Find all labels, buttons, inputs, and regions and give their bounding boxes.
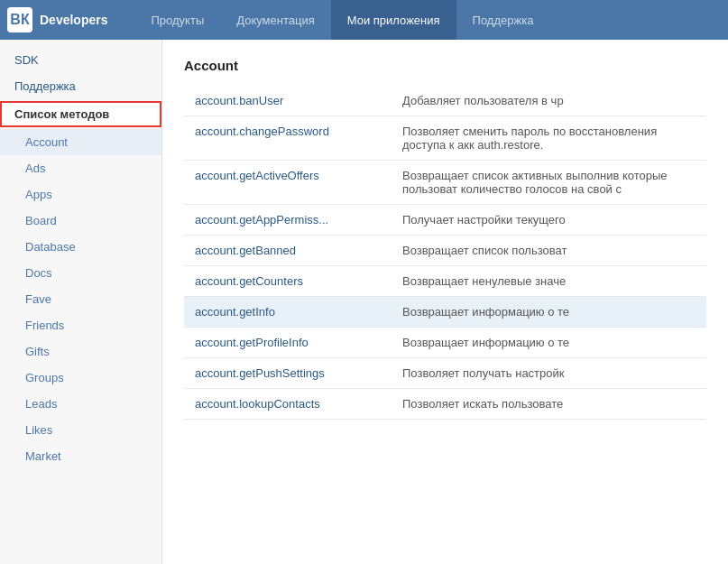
- method-name-cell: account.getCounters: [184, 266, 392, 297]
- method-desc-cell: Возвращает ненулевые значе: [392, 266, 706, 297]
- sidebar-item-fave[interactable]: Fave: [0, 286, 161, 312]
- sidebar-item-account[interactable]: Account: [0, 129, 161, 155]
- table-row: account.getPushSettingsПозволяет получат…: [184, 358, 706, 389]
- table-row: account.banUserДобавляет пользователя в …: [184, 86, 706, 116]
- sidebar-item-likes[interactable]: Likes: [0, 417, 161, 443]
- table-row: account.getAppPermiss...Получает настрой…: [184, 205, 706, 236]
- method-desc-cell: Позволяет получать настройк: [392, 358, 706, 389]
- method-name-cell: account.changePassword: [184, 116, 392, 161]
- method-link[interactable]: account.changePassword: [195, 125, 329, 138]
- sidebar-item-ads[interactable]: Ads: [0, 155, 161, 181]
- method-desc-cell: Позволяет сменить пароль по восстановлен…: [392, 116, 706, 161]
- brand-label: Developers: [40, 13, 107, 27]
- method-link[interactable]: account.getInfo: [195, 305, 275, 319]
- method-name-cell: account.getActiveOffers: [184, 161, 392, 205]
- method-link[interactable]: account.lookupContacts: [195, 397, 320, 411]
- method-desc-cell: Возвращает информацию о те: [392, 328, 706, 358]
- sidebar-item-sdk[interactable]: SDK: [0, 47, 161, 73]
- table-row: account.getBannedВозвращает список польз…: [184, 236, 706, 266]
- method-desc-cell: Возвращает список пользоват: [392, 236, 706, 266]
- sidebar-item-board[interactable]: Board: [0, 208, 161, 234]
- table-row: account.getProfileInfoВозвращает информа…: [184, 328, 706, 358]
- method-desc-cell: Возвращает список активных выполнив кото…: [392, 161, 706, 205]
- nav-items: Продукты Документация Мои приложения Под…: [134, 0, 728, 40]
- method-link[interactable]: account.getBanned: [195, 244, 296, 257]
- method-desc-cell: Получает настройки текущего: [392, 205, 706, 236]
- nav-item-docs[interactable]: Документация: [220, 0, 331, 40]
- sidebar-item-docs[interactable]: Docs: [0, 260, 161, 286]
- method-name-cell: account.lookupContacts: [184, 389, 392, 420]
- layout: SDK Поддержка Список методов Account Ads…: [0, 40, 728, 564]
- method-name-cell: account.getProfileInfo: [184, 328, 392, 358]
- sidebar-item-support[interactable]: Поддержка: [0, 73, 161, 99]
- sidebar-item-apps[interactable]: Apps: [0, 181, 161, 208]
- sidebar-item-friends[interactable]: Friends: [0, 312, 161, 338]
- vk-icon: ВК: [7, 7, 32, 32]
- table-row: account.lookupContactsПозволяет искать п…: [184, 389, 706, 420]
- sidebar-item-gifts[interactable]: Gifts: [0, 338, 161, 365]
- table-row: account.getActiveOffersВозвращает список…: [184, 161, 706, 205]
- nav-item-support[interactable]: Поддержка: [456, 0, 550, 40]
- sidebar-item-groups[interactable]: Groups: [0, 365, 161, 391]
- logo[interactable]: ВК Developers: [7, 7, 107, 32]
- method-link[interactable]: account.getCounters: [195, 274, 303, 288]
- sidebar: SDK Поддержка Список методов Account Ads…: [0, 40, 162, 564]
- table-row: account.getInfoВозвращает информацию о т…: [184, 297, 706, 328]
- method-desc-cell: Добавляет пользователя в чр: [392, 86, 706, 116]
- methods-table: account.banUserДобавляет пользователя в …: [184, 86, 706, 420]
- method-link[interactable]: account.getPushSettings: [195, 366, 325, 380]
- method-name-cell: account.getAppPermiss...: [184, 205, 392, 236]
- nav-item-apps[interactable]: Мои приложения: [331, 0, 456, 40]
- method-name-cell: account.banUser: [184, 86, 392, 116]
- section-title: Account: [184, 58, 706, 73]
- method-name-cell: account.getBanned: [184, 236, 392, 266]
- method-link[interactable]: account.getActiveOffers: [195, 169, 319, 182]
- sidebar-item-market[interactable]: Market: [0, 443, 161, 469]
- table-row: account.getCountersВозвращает ненулевые …: [184, 266, 706, 297]
- sidebar-item-methods[interactable]: Список методов: [0, 101, 161, 127]
- table-row: account.changePasswordПозволяет сменить …: [184, 116, 706, 161]
- sidebar-item-leads[interactable]: Leads: [0, 391, 161, 417]
- method-name-cell: account.getInfo: [184, 297, 392, 328]
- method-link[interactable]: account.getProfileInfo: [195, 336, 309, 349]
- main-content: Account account.banUserДобавляет пользов…: [162, 40, 728, 564]
- method-desc-cell: Позволяет искать пользовате: [392, 389, 706, 420]
- nav-item-products[interactable]: Продукты: [134, 0, 220, 40]
- method-link[interactable]: account.banUser: [195, 94, 283, 107]
- top-nav: ВК Developers Продукты Документация Мои …: [0, 0, 728, 40]
- method-link[interactable]: account.getAppPermiss...: [195, 213, 328, 227]
- sidebar-item-database[interactable]: Database: [0, 234, 161, 260]
- method-name-cell: account.getPushSettings: [184, 358, 392, 389]
- method-desc-cell: Возвращает информацию о те: [392, 297, 706, 328]
